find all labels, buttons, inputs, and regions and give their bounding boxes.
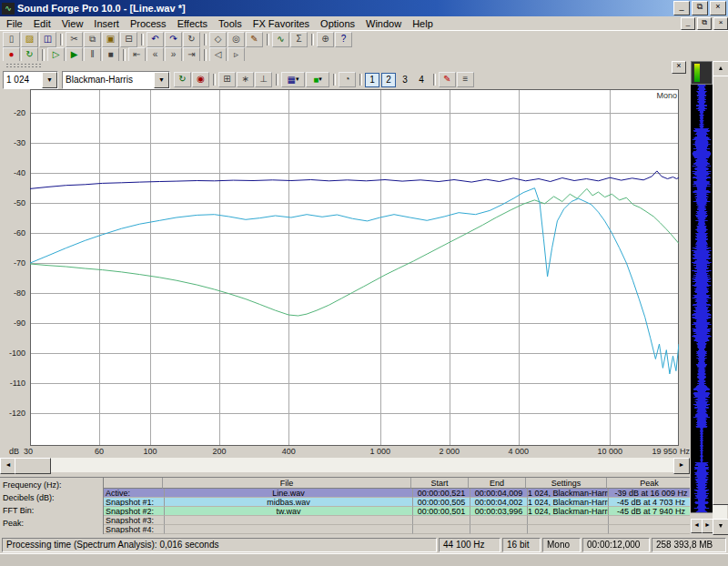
playbar: ◄ ► (691, 512, 713, 535)
smoothing-window-dropdown[interactable]: Blackman-Harris ▼ (62, 71, 170, 89)
normalize-db-button[interactable]: ⊥ (255, 72, 272, 87)
menu-item-help[interactable]: Help (407, 17, 439, 30)
waveform-display[interactable] (691, 85, 713, 513)
restore-button[interactable]: ⧉ (697, 17, 712, 30)
help-button[interactable]: ? (335, 32, 352, 47)
table-row-snapshot-4[interactable]: Snapshot #4: (104, 525, 690, 534)
menu-item-options[interactable]: Options (315, 17, 360, 30)
repeat-button[interactable]: ↻ (183, 32, 200, 47)
spectrum-panel-grip[interactable]: × (0, 61, 690, 69)
statistics-button[interactable]: Σ (290, 32, 308, 47)
show-grid-button[interactable]: ⊞ (218, 72, 236, 87)
document-window-controls: _⧉× (679, 17, 728, 30)
snapshot-pen-button[interactable]: ✎ (439, 72, 456, 87)
horizontal-scrollbar[interactable]: ◄ ► (0, 458, 690, 472)
menu-item-window[interactable]: Window (360, 17, 407, 30)
transport-toolbar: ●↻▷▶‖■⇤«»⇥◁▹ (0, 47, 728, 62)
toolbar-separator (333, 74, 336, 86)
restore-button[interactable]: ⧉ (692, 1, 708, 15)
chevron-down-icon[interactable]: ▼ (154, 72, 169, 88)
stopwatch-button[interactable]: ◔ (339, 72, 356, 87)
app-icon: ∿ (2, 3, 15, 15)
display-type-button[interactable]: ▦▾ (281, 72, 305, 87)
scroll-right-icon[interactable]: ► (673, 458, 690, 474)
menu-item-fx-favorites[interactable]: FX Favorites (248, 17, 315, 30)
chevron-down-icon[interactable]: ▼ (42, 72, 57, 88)
grip-dots-icon (5, 63, 42, 68)
snapshot-1-toggle[interactable]: 1 (365, 73, 379, 87)
paste-button[interactable]: ▣ (102, 32, 119, 47)
save-button[interactable]: ◫ (39, 32, 56, 47)
redo-button[interactable]: ↷ (165, 32, 182, 47)
copy-button[interactable]: ⧉ (84, 32, 101, 47)
menu-item-edit[interactable]: Edit (28, 17, 56, 30)
cell-snapshot-1-label: Snapshot #1: (104, 498, 165, 507)
decibels-label: Decibels (dB): (3, 491, 105, 504)
real-time-monitoring-button[interactable]: ◉ (192, 72, 209, 87)
cell-snapshot-2-label: Snapshot #2: (104, 507, 165, 516)
spectrum-chart[interactable]: -20-30-40-50-60-70-80-90-100-110-120 Mon… (0, 89, 690, 458)
play-all-button[interactable]: ▷ (47, 47, 65, 63)
graph-color-button[interactable]: ■▾ (306, 72, 329, 87)
vertical-scrollbar-thumb[interactable] (713, 76, 728, 505)
menu-item-tools[interactable]: Tools (213, 17, 248, 30)
cell-snapshot-2-start: 00:00:00,501 (413, 507, 470, 516)
forward-button[interactable]: » (165, 47, 182, 63)
go-to-start-button[interactable]: ⇤ (128, 47, 146, 63)
pencil-tool-button[interactable]: ✎ (246, 32, 263, 47)
close-button[interactable]: × (713, 17, 728, 30)
frequency-tick-label: 200 (204, 447, 235, 456)
go-to-end-icon: ⇥ (187, 49, 195, 59)
fft-size-dropdown[interactable]: 1 024 ▼ (3, 71, 58, 89)
menu-item-file[interactable]: File (1, 17, 28, 30)
save-icon: ◫ (44, 34, 52, 44)
table-row-snapshot-1[interactable]: Snapshot #1:midbas.wav00:00:00,50500:00:… (104, 498, 690, 507)
chevron-down-icon[interactable]: ▾ (296, 76, 299, 82)
new-file-button[interactable]: ▯ (3, 32, 20, 47)
magnify-tool-button[interactable]: ◎ (228, 32, 245, 47)
minimize-button[interactable]: _ (673, 1, 690, 15)
trim-button[interactable]: ⊟ (120, 32, 137, 47)
stop-button[interactable]: ■ (102, 47, 119, 63)
spectrum-plot-area[interactable] (30, 89, 679, 446)
snapshot-4-toggle[interactable]: 4 (414, 73, 429, 87)
db-axis: -20-30-40-50-60-70-80-90-100-110-120 (0, 89, 27, 446)
record-button[interactable]: ● (3, 47, 20, 63)
edit-tool-button[interactable]: ◇ (209, 32, 227, 47)
menu-item-process[interactable]: Process (125, 17, 172, 30)
spectrum-analysis-button[interactable]: ∿ (272, 32, 289, 47)
frequency-tick-label: 2 000 (434, 447, 465, 456)
open-file-button[interactable]: ▨ (21, 32, 38, 47)
scroll-down-icon[interactable]: ▼ (713, 519, 728, 535)
menu-item-view[interactable]: View (56, 17, 89, 30)
window-bottom-edge (0, 553, 728, 566)
table-row-snapshot-3[interactable]: Snapshot #3: (104, 516, 690, 525)
table-row-snapshot-2[interactable]: Snapshot #2:tw.wav00:00:00,50100:00:03,9… (104, 507, 690, 516)
hz-unit-label: Hz (680, 447, 690, 456)
pause-button[interactable]: ‖ (84, 47, 101, 63)
loop-playback-button[interactable]: ↻ (21, 47, 38, 63)
snapshot-3-toggle[interactable]: 3 (398, 73, 412, 87)
close-button[interactable]: × (710, 1, 726, 15)
cut-button[interactable]: ✂ (66, 32, 83, 47)
minimize-button[interactable]: _ (681, 17, 695, 30)
go-to-end-button[interactable]: ⇥ (183, 47, 200, 63)
menu-item-effects[interactable]: Effects (172, 17, 213, 30)
horizontal-scrollbar-thumb[interactable] (15, 458, 51, 474)
refresh-display-button[interactable]: ↻ (174, 72, 191, 87)
next-marker-button[interactable]: ▹ (228, 47, 245, 63)
preferences-button[interactable]: ⊕ (317, 32, 334, 47)
freeze-display-button[interactable]: ∗ (237, 72, 254, 87)
undo-button[interactable]: ↶ (147, 32, 164, 47)
previous-marker-button[interactable]: ◁ (209, 47, 227, 63)
play-button[interactable]: ▶ (66, 47, 83, 63)
rewind-button[interactable]: « (147, 47, 164, 63)
trim-icon: ⊟ (125, 34, 132, 44)
table-row-active[interactable]: Active:Line.wav00:00:00,52100:00:04,0091… (104, 489, 690, 498)
print-button[interactable]: ≡ (457, 72, 474, 87)
chevron-down-icon[interactable]: ▾ (318, 76, 322, 82)
menu-item-insert[interactable]: Insert (88, 17, 125, 30)
analysis-table: FileStartEndSettingsPeakActive:Line.wav0… (103, 478, 690, 534)
vertical-scrollbar[interactable]: ▲ ▼ (713, 61, 727, 535)
snapshot-2-toggle[interactable]: 2 (381, 73, 396, 87)
